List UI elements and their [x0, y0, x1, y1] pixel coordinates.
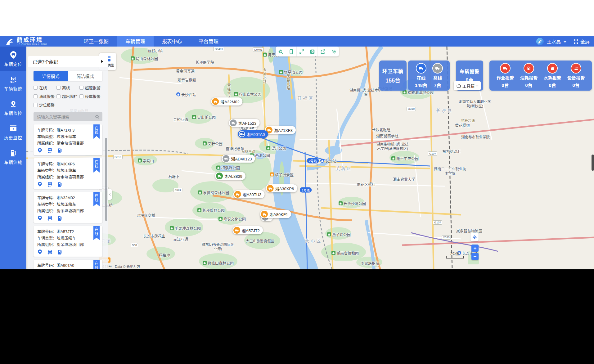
user-menu-chevron-icon[interactable] [564, 39, 567, 43]
checkbox-box [34, 94, 38, 98]
user-avatar[interactable] [536, 38, 544, 45]
vehicle-track-icon [9, 75, 17, 83]
filter-checkbox[interactable]: 离线 [56, 85, 79, 91]
locate-pin-icon[interactable] [37, 215, 43, 221]
filter-checkbox[interactable]: 定位报警 [34, 102, 56, 108]
alarm-stats-panel: 作业报警 0台 油耗报警 0台 水耗报警 0台 设备报警 0台 [489, 61, 592, 91]
org-expand-arrow-icon[interactable] [101, 60, 103, 63]
sidebar-item-vehicle-monitor[interactable]: 车辆监控 [0, 96, 26, 120]
sidebar-item-vehicle-fuel[interactable]: 车辆油耗 [0, 145, 26, 169]
truck-icon [267, 185, 274, 192]
plate-value: 湘A32M02 [57, 196, 75, 200]
vehicle-marker[interactable]: 湘A32M02 [211, 97, 242, 106]
locate-pin-icon[interactable] [37, 148, 43, 153]
truck-icon [233, 227, 240, 234]
mode-tab[interactable]: 详情模式 [34, 71, 68, 81]
expand-icon[interactable] [297, 47, 307, 56]
panel-collapse-handle[interactable] [108, 189, 112, 200]
fuel-pump-icon[interactable] [57, 182, 62, 187]
logo-icon [5, 38, 14, 46]
vehicle-marker[interactable]: 湘A80KF1 [260, 210, 291, 218]
plate-value: 湘A57JT2 [57, 230, 74, 234]
fleet-value: 155台 [385, 76, 400, 84]
vehicle-marker[interactable]: 湘AL8839 [215, 172, 245, 180]
filter-checkbox[interactable]: 停车报警 [79, 93, 102, 99]
fuel-pump-icon[interactable] [57, 148, 62, 153]
search-icon[interactable] [95, 115, 100, 119]
vehicle-marker[interactable]: 湘A57JT2 [232, 226, 263, 234]
offline-value: 7台 [434, 82, 441, 88]
settings-icon[interactable] [328, 47, 339, 56]
save-icon[interactable] [307, 47, 318, 56]
mode-tab[interactable]: 简洁模式 [68, 71, 102, 81]
nav-item[interactable]: 平台管理 [190, 36, 227, 47]
track-bus-icon[interactable] [47, 182, 53, 187]
bottom-black-strip [0, 269, 594, 364]
locate-button[interactable] [470, 233, 479, 241]
vehicle-marker[interactable]: 湘A90TA0 [238, 130, 268, 138]
zoom-reset-icon[interactable] [276, 47, 286, 56]
mode-tabs: 详情模式简洁模式 [34, 71, 102, 81]
zoom-out-button[interactable]: − [471, 253, 479, 260]
sidebar-item-history-monitor[interactable]: 历史监控 [0, 120, 26, 145]
checkbox-box [34, 86, 38, 90]
org-value: 厨余垃圾项目部 [57, 209, 84, 213]
plate-value: 湘A90TA0 [57, 263, 74, 268]
export-icon[interactable] [318, 47, 328, 56]
checkbox-box [79, 86, 83, 90]
locate-icon [472, 235, 477, 240]
nav-item[interactable]: 环卫一张图 [75, 36, 117, 47]
nav-item[interactable]: 报表中心 [154, 36, 190, 47]
truck-icon [216, 173, 223, 179]
panel-scrollbar[interactable] [105, 138, 107, 221]
vehicle-marker[interactable]: 湘A71XF3 [265, 126, 296, 134]
vehicle-card[interactable]: 车牌号码：湘A57JT2 车辆类型：垃圾压缩车 所属组织：厨余垃圾项目部 在线 [34, 226, 102, 257]
mobile-frame-icon[interactable] [286, 47, 297, 56]
search-bar [34, 112, 102, 121]
locate-pin-icon[interactable] [37, 249, 43, 254]
fullscreen-button[interactable]: 全屏 [574, 38, 590, 45]
fleet-stat-panel: 环卫车辆 155台 [379, 61, 407, 91]
locate-pin-icon[interactable] [37, 182, 43, 187]
track-bus-icon[interactable] [47, 249, 53, 254]
fuel-pump-icon[interactable] [57, 216, 62, 221]
vehicle-marker[interactable]: 湘AD40123 [222, 155, 255, 163]
vehicle-card[interactable]: 车牌号码：湘A90TA0 车辆类型：垃圾压缩车 所属组织：厨余垃圾项目部 在线 [34, 260, 102, 269]
vehicle-marker[interactable]: 湘A30TU3 [233, 190, 265, 198]
track-bus-icon[interactable] [47, 148, 53, 153]
fuel-alarm-icon [524, 63, 534, 74]
checkbox-box [56, 94, 61, 98]
browser-white-strip [0, 0, 594, 36]
truck-icon [234, 191, 241, 198]
vehicle-card[interactable]: 车牌号码：湘A32M02 车辆类型：垃圾压缩车 所属组织：厨余垃圾项目部 在线 [34, 192, 102, 223]
track-bus-icon[interactable] [47, 215, 53, 221]
sidebar-item-vehicle-locate[interactable]: 车辆定位 [0, 47, 26, 71]
logo-title: 鹤成环境 [17, 37, 47, 43]
vehicle-marker[interactable]: 湘A30XP6 [266, 184, 297, 192]
filter-checkbox[interactable]: 在线 [34, 85, 56, 91]
search-input[interactable] [36, 114, 93, 119]
fuel-pump-icon[interactable] [57, 249, 62, 254]
type-value: 垃圾压缩车 [57, 202, 76, 207]
offline-truck-icon [432, 63, 443, 74]
vehicle-cards: 车牌号码：湘A71XF3 车辆类型：垃圾压缩车 所属组织：厨余垃圾项目部 在线 … [34, 124, 102, 269]
toolbox-button[interactable]: 工具箱 [454, 81, 481, 90]
plate-value: 湘A71XF3 [57, 128, 75, 133]
vehicle-card[interactable]: 车牌号码：湘A71XF3 车辆类型：垃圾压缩车 所属组织：厨余垃圾项目部 在线 [34, 124, 102, 155]
filter-checkbox[interactable]: 超速报警 [79, 85, 102, 91]
sidebar-item-vehicle-track[interactable]: 车辆轨迹 [0, 71, 26, 96]
vehicle-marker[interactable]: 湘AF1523 [229, 119, 260, 127]
work-alarm-icon [500, 63, 511, 74]
zoom-in-button[interactable]: + [471, 245, 479, 252]
map-canvas[interactable]: ▲ 智谷小镇 ▲ 乌山森林公园 ▲ 长沙医学院 ▲ 黄金园互通 ▲ 月亮岛 ▲ … [26, 47, 594, 269]
filter-checkbox[interactable]: 油耗报警 [34, 93, 56, 99]
vehicle-card[interactable]: 车牌号码：湘A30XP6 车辆类型：垃圾压缩车 所属组织：厨余垃圾项目部 在线 [34, 158, 102, 189]
type-value: 垃圾压缩车 [57, 135, 76, 139]
user-name[interactable]: 王水晶 [547, 38, 561, 45]
nav-item[interactable]: 车辆管理 [117, 36, 154, 47]
collapse-chevron-icon [109, 193, 111, 195]
water-alarm-icon [547, 63, 558, 74]
filter-checkbox[interactable]: 超出围栏 [56, 93, 79, 99]
status-badge: 在线 [93, 260, 100, 269]
page-scrollbar-thumb[interactable] [592, 155, 594, 171]
